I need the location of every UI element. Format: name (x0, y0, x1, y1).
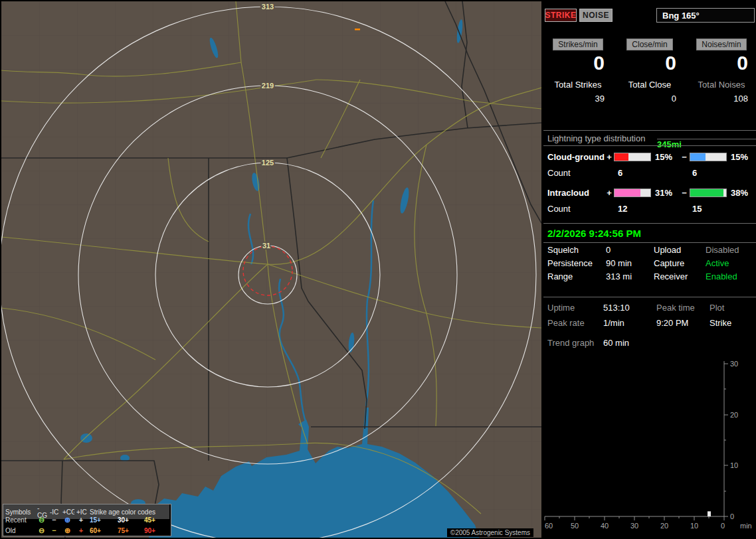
svg-text:20: 20 (660, 522, 668, 530)
status-panel: 2/2/2026 9:24:56 PM Squelch 0 Upload Dis… (543, 223, 756, 297)
receiver-value: Enabled (706, 271, 756, 281)
range-value: 313 mi (606, 271, 654, 281)
cg-minus-count: 6 (679, 168, 753, 178)
strike-button[interactable]: STRIKE (545, 9, 577, 22)
svg-text:10: 10 (730, 461, 738, 469)
datetime-display: 2/2/2026 9:24:56 PM (543, 224, 756, 243)
trend-chart: 30 20 10 0 60 50 40 30 20 10 0 min (543, 358, 756, 534)
chart-axes (545, 361, 728, 520)
peak-rate-value: 1/min (603, 318, 656, 328)
ic-plus-gauge-fill (614, 189, 640, 196)
svg-text:20: 20 (730, 411, 738, 419)
info-row: Peak rate 1/min 9:20 PM Strike (543, 315, 756, 331)
svg-text:0: 0 (721, 522, 725, 530)
intracloud-label: Intracloud (543, 188, 605, 198)
legend-row-label: Recent (3, 516, 35, 524)
trend-graph-label: Trend graph (547, 338, 603, 348)
intracloud-row: Intracloud + 31% − 38% (543, 185, 756, 200)
cloud-ground-label: Cloud-ground (543, 152, 605, 162)
svg-text:30: 30 (730, 360, 738, 368)
legend-row-old: Old ⊖ − ⊕ + 60+ 75+ 90+ (3, 525, 171, 536)
plot-value: Strike (709, 318, 756, 328)
peak-time-value: 9:20 PM (656, 318, 709, 328)
strikes-per-min-value: 0 (545, 52, 611, 74)
age-15: 15+ (88, 516, 116, 524)
minus-sign: − (679, 152, 690, 162)
ic-plus-pct: 31% (651, 188, 679, 198)
legend-header-row: Symbols -CG -IC +CG +IC Strike age color… (3, 504, 171, 514)
svg-text:0: 0 (730, 512, 734, 520)
pos-ic-recent-icon: + (74, 516, 88, 524)
uptime-label: Uptime (547, 303, 603, 313)
info-panel: Uptime 513:10 Peak time Plot Peak rate 1… (543, 300, 756, 350)
svg-text:30: 30 (630, 522, 638, 530)
range-label: Range (547, 271, 606, 281)
ic-minus-gauge-fill (690, 189, 723, 196)
squelch-value: 0 (606, 245, 654, 255)
strikes-per-min-badge: Strikes/min (553, 38, 603, 50)
svg-text:60: 60 (545, 522, 553, 530)
ic-minus-gauge (690, 189, 727, 197)
noises-per-min-value: 0 (688, 52, 755, 74)
capture-label: Capture (654, 258, 706, 268)
trend-bar (708, 511, 711, 516)
trend-bars (708, 511, 711, 516)
sidebar: STRIKE NOISE Bng 165° 345mi Strikes/min … (543, 0, 756, 539)
pos-ic-old-icon: + (74, 526, 88, 534)
rate-stats: Strikes/min 0 Total Strikes 39 Close/min… (543, 38, 756, 117)
range-ring-label-313: 313 (262, 3, 274, 11)
map-canvas[interactable]: 313 219 125 31 (1, 1, 541, 538)
total-close-label: Total Close (616, 80, 683, 90)
map-panel[interactable]: 313 219 125 31 Symbols -CG -IC +CG +IC S… (1, 1, 541, 538)
peak-rate-label: Peak rate (547, 318, 603, 328)
persistence-value: 90 min (606, 258, 654, 268)
info-row: Uptime 513:10 Peak time Plot (543, 300, 756, 315)
strike-symbol-old-ic (355, 29, 360, 31)
age-90: 90+ (142, 527, 169, 534)
range-ring-label-219: 219 (262, 82, 274, 90)
status-row: Persistence 90 min Capture Active (543, 256, 756, 270)
receiver-label: Receiver (654, 271, 706, 281)
uptime-value: 513:10 (603, 303, 656, 313)
total-strikes-label: Total Strikes (545, 80, 611, 90)
legend-row-recent: Recent ⊖ − ⊕ + 15+ 30+ 45+ (3, 514, 171, 525)
pos-cg-recent-icon: ⊕ (60, 516, 74, 524)
cg-plus-pct: 15% (651, 152, 679, 162)
neg-cg-old-icon: ⊖ (35, 526, 48, 535)
cg-minus-gauge (690, 153, 727, 161)
chart-x-unit: min (740, 522, 752, 530)
chart-x-labels: 60 50 40 30 20 10 0 min (545, 522, 752, 530)
total-strikes-value: 39 (545, 94, 611, 104)
distribution-title: Lightning type distribution (543, 131, 756, 146)
minus-sign: − (679, 188, 690, 198)
plus-sign: + (605, 152, 614, 162)
noise-button[interactable]: NOISE (579, 9, 613, 22)
cloud-ground-count-row: Count 6 6 (543, 165, 756, 180)
age-45: 45+ (142, 516, 169, 524)
svg-text:10: 10 (690, 522, 698, 530)
neg-ic-recent-icon: − (48, 516, 60, 524)
symbol-legend: Symbols -CG -IC +CG +IC Strike age color… (3, 504, 171, 536)
close-per-min-value: 0 (616, 52, 683, 74)
legend-row-label: Old (3, 527, 35, 534)
ic-plus-gauge (614, 189, 651, 197)
cg-minus-pct: 15% (727, 152, 755, 162)
count-label: Count (543, 204, 605, 214)
cg-plus-gauge-fill (614, 153, 628, 161)
total-noises-label: Total Noises (688, 80, 755, 90)
copyright-notice: ©2005 Astrogenic Systems (447, 528, 533, 537)
lightning-type-distribution: Lightning type distribution Cloud-ground… (543, 130, 756, 222)
upload-label: Upload (654, 245, 706, 255)
neg-cg-recent-icon: ⊖ (35, 516, 48, 524)
close-column: Close/min 0 Total Close 0 (616, 38, 683, 104)
age-30: 30+ (116, 516, 142, 524)
cloud-ground-row: Cloud-ground + 15% − 15% (543, 149, 756, 164)
bearing-value: Bng 165° (662, 11, 700, 21)
ic-plus-count: 12 (605, 204, 679, 214)
trend-graph-value: 60 min (603, 338, 656, 348)
bearing-display: Bng 165° 345mi (656, 8, 755, 23)
cg-plus-count: 6 (605, 168, 679, 178)
app-window: { "map": { "rings": [ {"label": "313"}, … (0, 0, 756, 539)
svg-text:40: 40 (601, 522, 609, 530)
chart-y-labels: 30 20 10 0 (730, 360, 738, 520)
